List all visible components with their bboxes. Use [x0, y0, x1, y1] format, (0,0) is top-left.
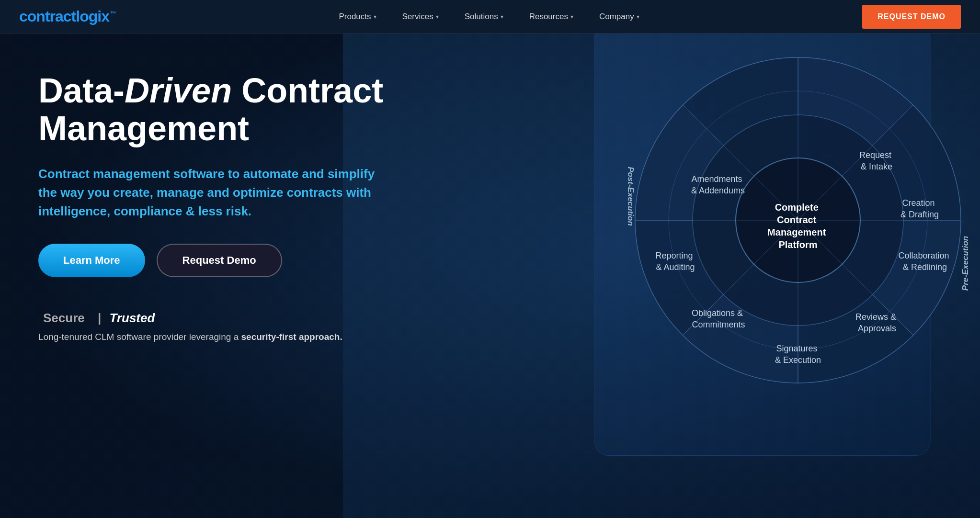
hero-title-plain: Data- [38, 71, 125, 110]
hero-subtitle: Contract management software to automate… [38, 165, 393, 221]
nav-item-company[interactable]: Company ▾ [589, 7, 650, 26]
nav-item-solutions[interactable]: Solutions ▾ [454, 7, 514, 26]
nav-links: Products ▾ Services ▾ Solutions ▾ Resour… [328, 7, 650, 26]
secure-divider: | [98, 311, 101, 325]
request-demo-hero-button[interactable]: Request Demo [157, 244, 282, 277]
logo-plain: contract [19, 8, 76, 25]
secure-desc-plain: Long-tenured CLM software provider lever… [38, 332, 239, 342]
hero-secure-desc: Long-tenured CLM software provider lever… [38, 330, 393, 344]
nav-label-company: Company [599, 12, 634, 22]
post-execution-label: Post-Execution [626, 167, 635, 226]
chevron-down-icon: ▾ [501, 13, 503, 20]
navbar: contractlogix™ Products ▾ Services ▾ Sol… [0, 0, 980, 34]
chevron-down-icon: ▾ [374, 13, 376, 20]
chevron-down-icon: ▾ [570, 13, 573, 20]
hero-secure-title: Secure | Trusted [38, 311, 393, 326]
secure-label: Secure [43, 311, 85, 325]
hero-content: Data-Driven Contract Management Contract… [0, 43, 431, 373]
request-demo-nav-button[interactable]: REQUEST DEMO [862, 5, 961, 29]
logo[interactable]: contractlogix™ [19, 8, 116, 25]
hero-title: Data-Driven Contract Management [38, 72, 393, 147]
logo-trademark: ™ [110, 10, 116, 17]
nav-item-resources[interactable]: Resources ▾ [519, 7, 584, 26]
hero-secure-section: Secure | Trusted Long-tenured CLM softwa… [38, 311, 393, 344]
hero-buttons: Learn More Request Demo [38, 244, 393, 277]
chevron-down-icon: ▾ [436, 13, 439, 20]
nav-label-solutions: Solutions [465, 12, 498, 22]
pre-execution-label: Pre-Execution [961, 236, 970, 291]
trusted-label: Trusted [109, 311, 155, 325]
nav-item-products[interactable]: Products ▾ [328, 7, 387, 26]
learn-more-button[interactable]: Learn More [38, 244, 145, 277]
logo-text: contractlogix™ [19, 8, 116, 25]
logo-colored: logix [76, 8, 109, 25]
wheel-diagram: Request & Intake Creation & Drafting Col… [626, 48, 970, 393]
nav-item-services[interactable]: Services ▾ [392, 7, 449, 26]
wheel-svg: Request & Intake Creation & Drafting Col… [626, 48, 970, 393]
nav-label-products: Products [339, 12, 371, 22]
secure-desc-bold: security-first approach. [241, 332, 342, 342]
nav-label-resources: Resources [529, 12, 568, 22]
hero-title-italic: Driven [125, 71, 232, 110]
chevron-down-icon: ▾ [637, 13, 639, 20]
hero-section: Data-Driven Contract Management Contract… [0, 0, 980, 518]
nav-label-services: Services [402, 12, 433, 22]
